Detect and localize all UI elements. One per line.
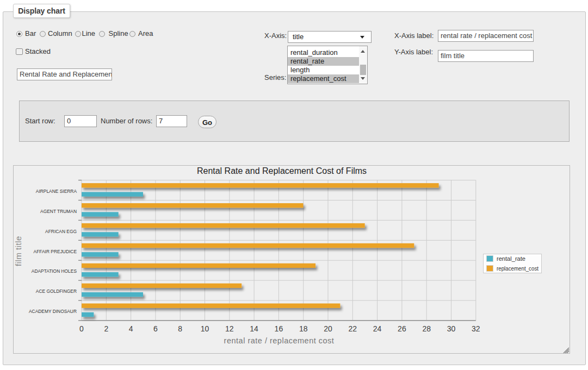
svg-text:AIRPLANE SIERRA: AIRPLANE SIERRA xyxy=(36,188,77,194)
svg-text:film title: film title xyxy=(14,236,23,266)
svg-text:32: 32 xyxy=(472,324,480,333)
svg-text:28: 28 xyxy=(422,324,431,333)
svg-text:12: 12 xyxy=(225,324,234,333)
svg-text:6: 6 xyxy=(153,324,158,333)
svg-text:AFFAIR PREJUDICE: AFFAIR PREJUDICE xyxy=(34,248,77,254)
svg-text:18: 18 xyxy=(299,324,308,333)
svg-text:ACE GOLDFINGER: ACE GOLDFINGER xyxy=(36,288,77,294)
svg-text:14: 14 xyxy=(250,324,258,333)
svg-text:20: 20 xyxy=(324,324,332,333)
svg-text:26: 26 xyxy=(398,324,406,333)
svg-text:10: 10 xyxy=(201,324,209,333)
svg-text:16: 16 xyxy=(275,324,283,333)
svg-text:0: 0 xyxy=(79,324,84,333)
svg-text:AGENT TRUMAN: AGENT TRUMAN xyxy=(40,208,77,214)
svg-text:24: 24 xyxy=(373,324,382,333)
svg-text:replacement_cost: replacement_cost xyxy=(497,265,539,272)
svg-text:30: 30 xyxy=(447,324,456,333)
svg-text:2: 2 xyxy=(104,324,108,333)
svg-text:8: 8 xyxy=(178,324,182,333)
svg-text:22: 22 xyxy=(349,324,357,333)
svg-text:ADAPTATION HOLES: ADAPTATION HOLES xyxy=(32,268,77,274)
svg-text:Rental Rate and Replacement Co: Rental Rate and Replacement Cost of Film… xyxy=(197,166,367,175)
svg-text:rental_rate: rental_rate xyxy=(497,255,525,262)
svg-text:4: 4 xyxy=(129,324,133,333)
svg-text:ACADEMY DINOSAUR: ACADEMY DINOSAUR xyxy=(29,308,77,314)
svg-text:AFRICAN EGG: AFRICAN EGG xyxy=(45,228,77,234)
svg-text:rental rate / replacement cost: rental rate / replacement cost xyxy=(224,336,335,345)
